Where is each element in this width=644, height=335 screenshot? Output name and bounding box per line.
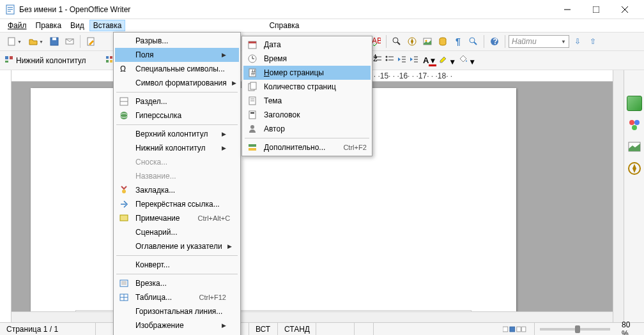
bg-color-button[interactable]: ▼ [458,54,476,66]
close-button[interactable] [610,0,639,19]
svg-rect-54 [517,327,521,332]
insert-header[interactable]: Верхний колонтитул▶ [115,127,239,141]
numbered-list-button[interactable]: 12 [372,54,383,66]
find-prev-button[interactable]: ⇧ [586,34,600,48]
status-page[interactable]: Страница 1 / 1 [0,323,96,335]
insert-fields[interactable]: Поля▶ [115,48,239,62]
insert-frame[interactable]: Врезка... [115,276,239,290]
edit-doc-button[interactable] [84,34,98,48]
date-icon [246,40,259,50]
hyperlink-icon [118,110,130,121]
menu-help[interactable]: Справка [265,20,303,31]
insert-hrule[interactable]: Горизонтальная линия... [115,304,239,318]
open-button[interactable]: ▼ [26,34,46,48]
svg-rect-2 [8,9,13,10]
titlebar: Без имени 1 - OpenOffice Writer [0,0,644,19]
side-properties-button[interactable] [627,96,642,111]
insert-script[interactable]: Сценарий... [115,225,239,239]
find-input[interactable]: Найти▼ [509,35,569,48]
insert-indexes[interactable]: Оглавление и указатели▶ [115,239,239,253]
font-color-button[interactable]: A▼ [423,56,436,65]
gallery-button[interactable] [420,34,434,48]
window-title: Без имени 1 - OpenOffice Writer [19,5,553,14]
decrease-indent-button[interactable] [397,54,407,66]
status-insert[interactable]: ВСТ [249,323,278,335]
datasources-button[interactable] [436,34,450,48]
find-next-button[interactable]: ⇩ [571,34,585,48]
styles-button[interactable] [4,54,14,66]
svg-rect-27 [5,61,8,63]
email-button[interactable] [63,34,77,48]
maximize-button[interactable] [581,0,610,19]
special-chars-icon: Ω [118,64,130,74]
zoom-slider[interactable] [540,328,610,331]
insert-special-chars[interactable]: ΩСпециальные символы... [115,62,239,76]
insert-footnote[interactable]: Сноска... [115,155,239,169]
menu-view[interactable]: Вид [66,20,88,31]
insert-cross-ref[interactable]: Перекрёстная ссылка... [115,197,239,211]
note-icon [118,213,130,223]
new-button[interactable]: ▼ [4,34,24,48]
svg-marker-51 [632,164,636,173]
field-date[interactable]: Дата [243,38,371,52]
svg-rect-26 [10,56,13,59]
insert-envelope[interactable]: Конверт... [115,258,239,272]
paragraph-style-combo[interactable]: Нижний колонтитул [16,56,102,65]
vertical-ruler[interactable] [0,70,12,322]
svg-rect-1 [8,7,13,8]
increase-indent-button[interactable] [409,54,419,66]
bullet-list-button[interactable] [385,54,395,66]
svg-rect-8 [8,38,15,45]
time-icon [246,54,259,64]
zoom-button[interactable] [466,34,480,48]
insert-section[interactable]: Раздел... [115,94,239,108]
side-styles-button[interactable] [627,117,642,133]
insert-footer[interactable]: Нижний колонтитул▶ [115,141,239,155]
insert-caption[interactable]: Название... [115,169,239,183]
menubar: Файл Правка Вид Вставка Справка [0,19,644,32]
insert-hyperlink[interactable]: Гиперссылка [115,108,239,123]
save-button[interactable] [47,34,61,48]
field-page-count[interactable]: Количество страниц [243,80,371,94]
highlight-button[interactable]: ▼ [438,54,456,66]
field-subject[interactable]: Тема [243,94,371,108]
status-view-layout[interactable] [496,323,535,335]
svg-point-38 [386,59,388,61]
svg-rect-31 [110,60,112,63]
svg-line-22 [474,42,477,45]
field-author[interactable]: Автор [243,122,371,136]
svg-line-15 [397,42,400,45]
svg-rect-52 [503,327,508,332]
insert-table[interactable]: Таблица...Ctrl+F12 [115,290,239,304]
insert-break[interactable]: Разрыв... [115,34,239,48]
frame-icon [118,278,130,288]
svg-rect-3 [8,11,11,11]
svg-point-46 [629,120,634,125]
insert-bookmark[interactable]: Закладка... [115,183,239,197]
status-zoom[interactable]: 80 % [615,323,644,335]
minimize-button[interactable] [553,0,581,19]
insert-media[interactable]: Видео и звук [115,332,239,335]
field-title[interactable]: Заголовок [243,108,371,122]
field-page-number[interactable]: #ННомер страницыомер страницы [243,66,371,80]
menu-file[interactable]: Файл [4,20,31,31]
side-navigator-button[interactable] [627,161,642,176]
field-time[interactable]: Время [243,52,371,66]
insert-formatting-mark[interactable]: Символ форматирования▶ [115,76,239,90]
svg-text:?: ? [493,37,498,46]
vertical-scrollbar[interactable] [613,70,624,322]
menu-edit[interactable]: Правка [32,20,66,31]
insert-note[interactable]: ПримечаниеCtrl+Alt+C [115,211,239,225]
menu-insert[interactable]: Вставка [89,20,126,31]
svg-rect-72 [249,41,256,43]
find-replace-button[interactable] [390,34,404,48]
horizontal-scrollbar[interactable] [12,311,613,322]
status-std[interactable]: СТАНД [278,323,316,335]
side-gallery-button[interactable] [627,139,642,154]
help-button[interactable]: ? [487,34,502,48]
insert-image[interactable]: Изображение▶ [115,318,239,332]
nonprinting-button[interactable]: ¶ [451,34,465,48]
field-other[interactable]: Дополнительно...Ctrl+F2 [243,140,371,154]
svg-rect-55 [522,327,526,332]
navigator-button[interactable] [405,34,419,48]
